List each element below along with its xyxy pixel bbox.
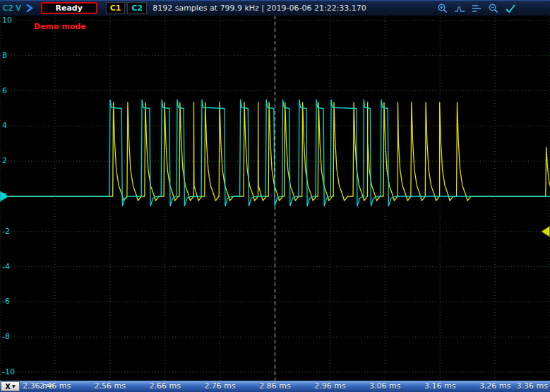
ready-status-button[interactable]: Ready [41, 2, 97, 14]
x-tick-label: 3.36 ms [517, 381, 548, 392]
y-tick-label: 2 [2, 156, 7, 166]
y-tick-label: 8 [2, 51, 7, 61]
y-tick-label: 4 [2, 121, 7, 131]
x-axis-bar: X ▼ 2.36 ms2.46 ms2.56 ms2.66 ms2.76 ms2… [0, 381, 550, 392]
x-tick-label: 3.26 ms [479, 381, 510, 392]
zoom-out-icon[interactable] [488, 3, 499, 14]
zoom-in-icon[interactable] [437, 3, 448, 14]
x-tick-label: 2.56 ms [95, 381, 126, 392]
levels-icon[interactable] [471, 3, 482, 14]
x-tick-label: 2.66 ms [149, 381, 180, 392]
waveform-svg [0, 16, 550, 381]
c2-trace [0, 100, 550, 206]
oscilloscope-app: C2 V Ready C1 C2 8192 samples at 799.9 k… [0, 0, 550, 392]
y-tick-label: 6 [2, 86, 7, 96]
x-axis-selector-label: X [5, 383, 11, 391]
acquisition-info-text: 8192 samples at 799.9 kHz | 2019-06-06 2… [153, 4, 366, 13]
x-tick-label: 2.46 ms [40, 381, 71, 392]
channel-2-button[interactable]: C2 [127, 2, 147, 14]
x-tick-label: 2.76 ms [204, 381, 235, 392]
x-axis-selector[interactable]: X ▼ [1, 381, 20, 391]
x-tick-label: 3.16 ms [424, 381, 455, 392]
peak-trace-icon[interactable] [454, 3, 465, 14]
y-tick-label: -10 [2, 367, 15, 377]
y-tick-label: 0 [2, 191, 7, 201]
waveform-display[interactable]: 1086420-2-4-6-8-10 Demo mode [0, 16, 550, 381]
y-tick-label: 10 [2, 16, 12, 25]
demo-mode-label: Demo mode [34, 22, 86, 31]
toolbar-icons [437, 3, 516, 14]
channel-1-button[interactable]: C1 [106, 2, 126, 14]
y-tick-label: -6 [2, 297, 10, 307]
y-tick-label: -2 [2, 227, 10, 237]
y-tick-label: -8 [2, 332, 10, 342]
confirm-check-icon[interactable] [505, 3, 516, 14]
chevron-down-icon: ▼ [12, 384, 16, 388]
run-arrow-icon[interactable] [25, 4, 34, 13]
y-tick-label: -4 [2, 262, 10, 272]
x-tick-label: 3.06 ms [369, 381, 400, 392]
c1-position-marker[interactable] [542, 226, 550, 237]
x-tick-label: 2.86 ms [259, 381, 290, 392]
y-axis-unit-label: C2 V [3, 4, 21, 13]
toolbar: C2 V Ready C1 C2 8192 samples at 799.9 k… [0, 0, 550, 16]
x-tick-label: 2.96 ms [314, 381, 345, 392]
